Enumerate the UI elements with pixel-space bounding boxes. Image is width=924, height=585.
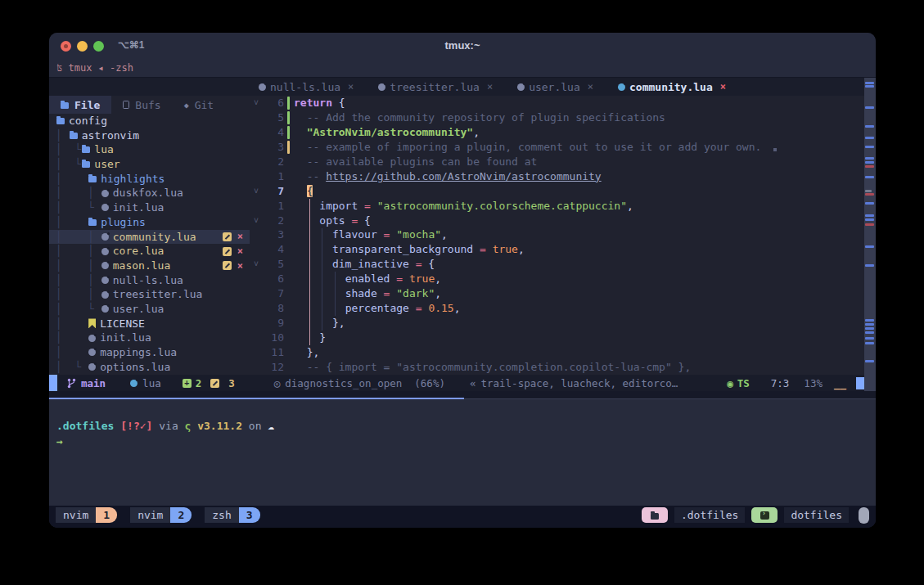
- fold-arrow-icon[interactable]: [250, 242, 263, 257]
- code-line[interactable]: ˅6return {: [250, 96, 864, 110]
- fold-arrow-icon[interactable]: [250, 155, 263, 169]
- unsaved-close-icon[interactable]: ×: [237, 232, 243, 241]
- token-com: -- { import = "astrocommunity.completion…: [294, 361, 691, 373]
- tmux-window-3[interactable]: zsh3: [205, 507, 259, 523]
- fold-arrow-icon[interactable]: [250, 169, 263, 184]
- tree-item-treesitter.lua[interactable]: │ │ treesitter.lua: [49, 287, 250, 302]
- fold-arrow-icon[interactable]: [250, 301, 263, 316]
- tree-item-highlights[interactable]: │ highlights: [49, 172, 250, 187]
- fold-arrow-icon[interactable]: [250, 140, 263, 155]
- fold-arrow-icon[interactable]: [250, 272, 263, 286]
- fold-arrow-icon[interactable]: [250, 286, 263, 301]
- tree-item-null-ls.lua[interactable]: │ │ null-ls.lua: [49, 273, 250, 288]
- tree-item-LICENSE[interactable]: │ LICENSE: [49, 317, 250, 331]
- editor-area[interactable]: ˅6return {5 -- Add the community reposit…: [250, 96, 864, 375]
- code-line[interactable]: ˅5 dim_inactive = {: [250, 257, 864, 272]
- tree-item-config[interactable]: config: [49, 114, 250, 128]
- tmux-window-2[interactable]: nvim2: [130, 507, 192, 523]
- fold-arrow-icon[interactable]: [250, 199, 263, 214]
- fold-arrow-icon[interactable]: [250, 331, 263, 345]
- line-number: 10: [263, 331, 284, 345]
- code-line[interactable]: 3 -- example of imporing a plugin, comme…: [250, 140, 864, 155]
- tree-item-init.lua[interactable]: │ init.lua: [49, 331, 250, 345]
- line-number: 5: [263, 257, 284, 272]
- buffer-tab-treesitter.lua[interactable]: treesitter.lua×: [378, 81, 493, 93]
- tmux-window-1[interactable]: nvim1: [56, 507, 117, 523]
- code-line[interactable]: 8 percentage = 0.15,: [250, 301, 864, 316]
- code-line[interactable]: 4 transparent_background = true,: [250, 242, 864, 257]
- tree-item-label: init.lua: [100, 331, 151, 345]
- code-line[interactable]: 2 -- available plugins can be found at: [250, 155, 864, 169]
- fold-arrow-icon[interactable]: ˅: [250, 257, 263, 272]
- code-line[interactable]: 10 }: [250, 331, 864, 345]
- fold-arrow-icon[interactable]: [250, 345, 263, 360]
- neotree-tab-file[interactable]: File: [49, 96, 111, 114]
- git-changed-count: 3: [228, 377, 235, 389]
- lua-file-icon: [618, 83, 625, 91]
- code-line[interactable]: 1 import = "astrocommunity.colorscheme.c…: [250, 199, 864, 214]
- buffer-tab-user.lua[interactable]: user.lua×: [517, 81, 593, 93]
- tree-item-mason.lua[interactable]: │ │ mason.lua×: [49, 259, 250, 273]
- git-branch[interactable]: main: [67, 377, 106, 389]
- neotree-tab-bufs[interactable]: Bufs: [111, 96, 172, 114]
- code-line[interactable]: ˅7 {: [250, 184, 864, 199]
- minimap-mark: [865, 202, 874, 205]
- tree-item-options.lua[interactable]: │ └ options.lua: [49, 360, 250, 375]
- code-line[interactable]: ˅2 opts = {: [250, 214, 864, 228]
- neotree-panel: FileBufs◆Git config│ astronvim│ └lua│ └u…: [49, 96, 250, 375]
- code-line[interactable]: 4 "AstroNvim/astrocommunity",: [250, 125, 864, 140]
- shell-pane[interactable]: .dotfiles [!?✓] via ς v3.11.2 on ☁ →: [49, 399, 876, 506]
- unsaved-close-icon[interactable]: ×: [237, 246, 243, 256]
- token-pun: ,: [454, 302, 461, 314]
- tree-item-mappings.lua[interactable]: │ mappings.lua: [49, 345, 250, 360]
- fold-arrow-icon[interactable]: [250, 110, 263, 125]
- close-icon[interactable]: ×: [348, 81, 354, 92]
- fold-arrow-icon[interactable]: [250, 360, 263, 375]
- code-line[interactable]: 7 shade = "dark",: [250, 286, 864, 301]
- close-icon[interactable]: ×: [487, 81, 493, 92]
- tree-indent-guide: │ │: [56, 244, 101, 259]
- tree-item-astronvim[interactable]: │ astronvim: [49, 128, 250, 143]
- neotree-tab-git[interactable]: ◆Git: [173, 96, 226, 114]
- fold-arrow-icon[interactable]: [250, 316, 263, 331]
- code-line[interactable]: 6 enabled = true,: [250, 272, 864, 286]
- fold-arrow-icon[interactable]: ˅: [250, 184, 263, 199]
- unsaved-close-icon[interactable]: ×: [237, 261, 243, 271]
- tree-item-core.lua[interactable]: │ │ core.lua×: [49, 244, 250, 259]
- fold-arrow-icon[interactable]: ˅: [250, 96, 263, 110]
- code-text: },: [292, 316, 345, 331]
- code-line[interactable]: 12 -- { import = "astrocommunity.complet…: [250, 360, 864, 375]
- code-line[interactable]: 11 },: [250, 345, 864, 360]
- tree-item-lua[interactable]: │ └lua: [49, 142, 250, 157]
- statusline: main lua 2 3 ◎ diagnostics_on_open (66%)…: [49, 375, 864, 391]
- code-line[interactable]: 3 flavour = "mocha",: [250, 227, 864, 242]
- minimap-scrollbar[interactable]: [864, 78, 876, 391]
- code-line[interactable]: 1 -- https://github.com/AstroNvim/astroc…: [250, 169, 864, 184]
- tree-item-plugins[interactable]: │ plugins: [49, 215, 250, 230]
- fold-arrow-icon[interactable]: [250, 125, 263, 140]
- code-text: enabled = true,: [292, 272, 441, 286]
- tree-item-user[interactable]: │ └user: [49, 157, 250, 172]
- fold-arrow-icon[interactable]: ˅: [250, 214, 263, 228]
- buffer-tab-community.lua[interactable]: community.lua×: [618, 81, 726, 93]
- tmux-status-label: .dotfiles: [674, 507, 745, 523]
- tree-item-community.lua[interactable]: │ │ community.lua×: [49, 230, 250, 245]
- tree-item-label: duskfox.lua: [113, 186, 183, 200]
- tree-item-label: options.lua: [100, 360, 170, 375]
- code-text: "AstroNvim/astrocommunity",: [292, 125, 480, 140]
- code-text: import = "astrocommunity.colorscheme.cat…: [292, 199, 633, 214]
- code-line[interactable]: 9 },: [250, 316, 864, 331]
- tree-item-init.lua[interactable]: │ └ init.lua: [49, 200, 250, 215]
- tmux-status-label: dotfiles: [784, 507, 849, 523]
- tree-item-user.lua[interactable]: │ └ user.lua: [49, 302, 250, 317]
- lua-file-icon: [101, 204, 109, 211]
- code-line[interactable]: 5 -- Add the community repository of plu…: [250, 110, 864, 125]
- folder-icon: [56, 118, 65, 124]
- terminal-tab-bar[interactable]: ʦ tmux ◂ -zsh: [49, 59, 876, 78]
- tree-item-duskfox.lua[interactable]: │ │ duskfox.lua: [49, 186, 250, 200]
- minimap-mark: [865, 245, 874, 248]
- buffer-tab-null-ls.lua[interactable]: null-ls.lua×: [259, 81, 354, 93]
- fold-arrow-icon[interactable]: [250, 227, 263, 242]
- close-icon[interactable]: ×: [588, 81, 593, 92]
- close-icon[interactable]: ×: [720, 81, 726, 92]
